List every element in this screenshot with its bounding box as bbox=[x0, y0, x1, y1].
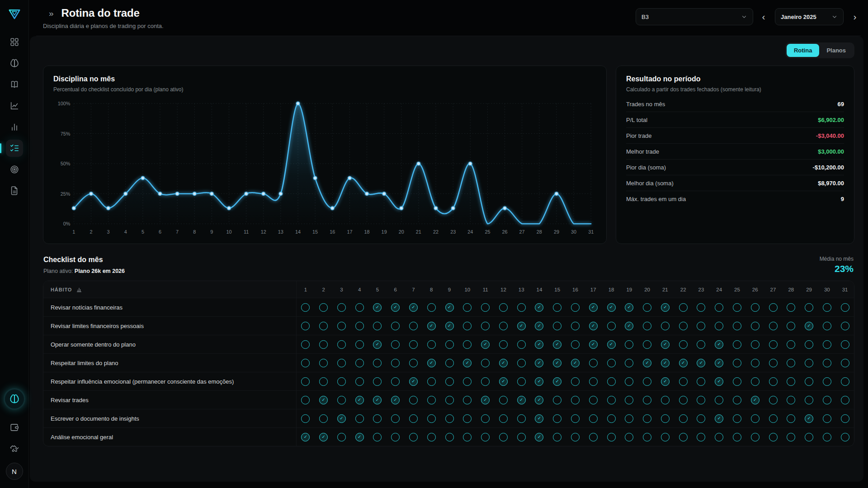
habit-check-day-21[interactable]: ✓ bbox=[661, 359, 670, 367]
habit-check-day-18[interactable]: ✓ bbox=[607, 303, 616, 312]
habit-check-day-27[interactable]: ✓ bbox=[769, 396, 778, 404]
habit-check-day-5[interactable]: ✓ bbox=[373, 414, 382, 423]
next-month-button[interactable]: › bbox=[849, 8, 861, 25]
habit-check-day-12[interactable]: ✓ bbox=[499, 377, 508, 386]
habit-check-day-6[interactable]: ✓ bbox=[391, 340, 400, 349]
habit-check-day-9[interactable]: ✓ bbox=[445, 359, 454, 367]
habit-check-day-4[interactable]: ✓ bbox=[355, 396, 364, 404]
habit-check-day-18[interactable]: ✓ bbox=[607, 414, 616, 423]
habit-check-day-21[interactable]: ✓ bbox=[661, 303, 670, 312]
habit-check-day-13[interactable]: ✓ bbox=[517, 340, 526, 349]
discipline-line-chart[interactable]: 0%25%50%75%100%1234567891011121314151617… bbox=[53, 97, 596, 238]
habit-check-day-27[interactable]: ✓ bbox=[769, 433, 778, 441]
habit-check-day-16[interactable]: ✓ bbox=[571, 396, 580, 404]
habit-check-day-1[interactable]: ✓ bbox=[301, 433, 310, 441]
habit-check-day-13[interactable]: ✓ bbox=[517, 414, 526, 423]
tab-rotina[interactable]: Rotina bbox=[787, 44, 819, 57]
habit-check-day-1[interactable]: ✓ bbox=[301, 303, 310, 312]
habit-check-day-20[interactable]: ✓ bbox=[643, 433, 651, 441]
habit-check-day-28[interactable]: ✓ bbox=[787, 322, 795, 330]
habit-check-day-2[interactable]: ✓ bbox=[319, 414, 328, 423]
habit-check-day-2[interactable]: ✓ bbox=[319, 303, 328, 312]
habit-check-day-15[interactable]: ✓ bbox=[553, 414, 561, 423]
habit-check-day-9[interactable]: ✓ bbox=[445, 303, 454, 312]
habit-check-day-1[interactable]: ✓ bbox=[301, 396, 310, 404]
habit-check-day-15[interactable]: ✓ bbox=[553, 322, 561, 330]
habit-check-day-21[interactable]: ✓ bbox=[661, 340, 670, 349]
habit-check-day-18[interactable]: ✓ bbox=[607, 340, 616, 349]
sidebar-item-wallet[interactable] bbox=[6, 419, 23, 436]
habit-check-day-22[interactable]: ✓ bbox=[679, 303, 688, 312]
habit-check-day-8[interactable]: ✓ bbox=[427, 303, 436, 312]
habit-check-day-9[interactable]: ✓ bbox=[445, 322, 454, 330]
habit-check-day-4[interactable]: ✓ bbox=[355, 322, 364, 330]
habit-check-day-25[interactable]: ✓ bbox=[733, 322, 741, 330]
habit-check-day-15[interactable]: ✓ bbox=[553, 396, 561, 404]
habit-check-day-24[interactable]: ✓ bbox=[715, 340, 723, 349]
habit-check-day-1[interactable]: ✓ bbox=[301, 340, 310, 349]
sidebar-item-book-open[interactable] bbox=[6, 76, 23, 93]
sidebar-item-dashboard[interactable] bbox=[6, 33, 23, 51]
habit-check-day-15[interactable]: ✓ bbox=[553, 340, 561, 349]
habit-check-day-13[interactable]: ✓ bbox=[517, 359, 526, 367]
habit-check-day-26[interactable]: ✓ bbox=[751, 340, 760, 349]
habit-check-day-4[interactable]: ✓ bbox=[355, 340, 364, 349]
habit-check-day-12[interactable]: ✓ bbox=[499, 359, 508, 367]
habit-check-day-23[interactable]: ✓ bbox=[697, 303, 705, 312]
account-select[interactable]: B3 bbox=[636, 8, 753, 25]
habit-check-day-29[interactable]: ✓ bbox=[805, 414, 813, 423]
habit-check-day-29[interactable]: ✓ bbox=[805, 396, 813, 404]
habit-check-day-3[interactable]: ✓ bbox=[337, 359, 346, 367]
habit-check-day-21[interactable]: ✓ bbox=[661, 433, 670, 441]
habit-check-day-14[interactable]: ✓ bbox=[535, 396, 543, 404]
habit-check-day-2[interactable]: ✓ bbox=[319, 396, 328, 404]
habit-check-day-28[interactable]: ✓ bbox=[787, 414, 795, 423]
habit-check-day-18[interactable]: ✓ bbox=[607, 433, 616, 441]
habit-check-day-27[interactable]: ✓ bbox=[769, 414, 778, 423]
habit-check-day-16[interactable]: ✓ bbox=[571, 377, 580, 386]
habit-check-day-24[interactable]: ✓ bbox=[715, 322, 723, 330]
habit-check-day-3[interactable]: ✓ bbox=[337, 322, 346, 330]
habit-check-day-22[interactable]: ✓ bbox=[679, 322, 688, 330]
habit-check-day-24[interactable]: ✓ bbox=[715, 359, 723, 367]
sidebar-item-line-chart[interactable] bbox=[6, 97, 23, 114]
habit-check-day-18[interactable]: ✓ bbox=[607, 396, 616, 404]
habit-check-day-11[interactable]: ✓ bbox=[481, 303, 490, 312]
habit-check-day-10[interactable]: ✓ bbox=[463, 377, 472, 386]
app-logo[interactable] bbox=[8, 7, 21, 21]
habit-check-day-27[interactable]: ✓ bbox=[769, 303, 778, 312]
habit-check-day-17[interactable]: ✓ bbox=[589, 340, 598, 349]
habit-check-day-6[interactable]: ✓ bbox=[391, 377, 400, 386]
habit-check-day-9[interactable]: ✓ bbox=[445, 377, 454, 386]
habit-check-day-9[interactable]: ✓ bbox=[445, 340, 454, 349]
habit-check-day-22[interactable]: ✓ bbox=[679, 377, 688, 386]
habit-check-day-31[interactable]: ✓ bbox=[841, 303, 849, 312]
habit-check-day-3[interactable]: ✓ bbox=[337, 340, 346, 349]
habit-check-day-1[interactable]: ✓ bbox=[301, 414, 310, 423]
habit-check-day-17[interactable]: ✓ bbox=[589, 433, 598, 441]
habit-check-day-19[interactable]: ✓ bbox=[625, 414, 633, 423]
sidebar-item-brain[interactable] bbox=[6, 55, 23, 72]
sidebar-expand-icon[interactable]: » bbox=[49, 9, 54, 18]
habit-check-day-16[interactable]: ✓ bbox=[571, 414, 580, 423]
habit-check-day-31[interactable]: ✓ bbox=[841, 433, 849, 441]
habit-check-day-11[interactable]: ✓ bbox=[481, 396, 490, 404]
habit-check-day-29[interactable]: ✓ bbox=[805, 377, 813, 386]
habit-check-day-23[interactable]: ✓ bbox=[697, 322, 705, 330]
habit-check-day-29[interactable]: ✓ bbox=[805, 340, 813, 349]
habit-check-day-4[interactable]: ✓ bbox=[355, 414, 364, 423]
habit-check-day-2[interactable]: ✓ bbox=[319, 340, 328, 349]
habit-check-day-2[interactable]: ✓ bbox=[319, 433, 328, 441]
sidebar-item-checklist[interactable] bbox=[6, 140, 23, 157]
habit-check-day-20[interactable]: ✓ bbox=[643, 340, 651, 349]
habit-check-day-25[interactable]: ✓ bbox=[733, 433, 741, 441]
habit-check-day-6[interactable]: ✓ bbox=[391, 433, 400, 441]
habit-check-day-20[interactable]: ✓ bbox=[643, 377, 651, 386]
habit-check-day-12[interactable]: ✓ bbox=[499, 414, 508, 423]
habit-check-day-19[interactable]: ✓ bbox=[625, 303, 633, 312]
habit-check-day-31[interactable]: ✓ bbox=[841, 340, 849, 349]
habit-check-day-23[interactable]: ✓ bbox=[697, 396, 705, 404]
sidebar-item-file[interactable] bbox=[6, 182, 23, 199]
habit-check-day-27[interactable]: ✓ bbox=[769, 377, 778, 386]
habit-check-day-18[interactable]: ✓ bbox=[607, 322, 616, 330]
